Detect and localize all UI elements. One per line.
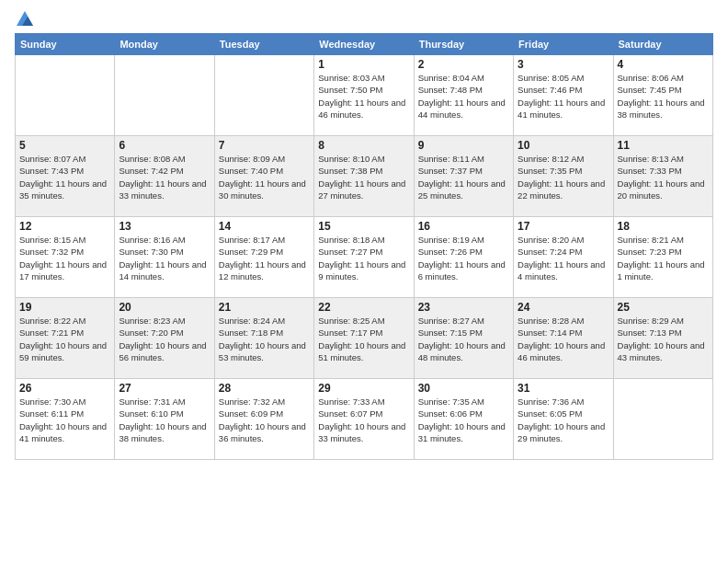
header	[15, 9, 713, 29]
day-number: 13	[119, 220, 210, 233]
calendar-cell: 10Sunrise: 8:12 AM Sunset: 7:35 PM Dayli…	[514, 136, 613, 217]
day-info: Sunrise: 8:17 AM Sunset: 7:29 PM Dayligh…	[219, 234, 310, 282]
calendar-cell: 7Sunrise: 8:09 AM Sunset: 7:40 PM Daylig…	[214, 136, 313, 217]
day-number: 8	[318, 139, 409, 152]
day-number: 20	[119, 301, 210, 314]
weekday-header-saturday: Saturday	[613, 34, 712, 55]
day-number: 4	[618, 58, 709, 71]
day-number: 3	[518, 58, 609, 71]
day-number: 29	[318, 382, 409, 395]
day-info: Sunrise: 8:18 AM Sunset: 7:27 PM Dayligh…	[318, 234, 409, 282]
calendar-cell: 3Sunrise: 8:05 AM Sunset: 7:46 PM Daylig…	[514, 55, 613, 136]
day-info: Sunrise: 8:22 AM Sunset: 7:21 PM Dayligh…	[19, 315, 110, 363]
day-number: 19	[19, 301, 110, 314]
day-number: 18	[618, 220, 709, 233]
day-info: Sunrise: 8:21 AM Sunset: 7:23 PM Dayligh…	[618, 234, 709, 282]
logo-icon	[15, 9, 35, 29]
day-number: 1	[318, 58, 409, 71]
calendar-cell: 21Sunrise: 8:24 AM Sunset: 7:18 PM Dayli…	[214, 298, 313, 379]
day-number: 5	[19, 139, 110, 152]
calendar-week-3: 12Sunrise: 8:15 AM Sunset: 7:32 PM Dayli…	[16, 217, 713, 298]
calendar-week-4: 19Sunrise: 8:22 AM Sunset: 7:21 PM Dayli…	[16, 298, 713, 379]
day-info: Sunrise: 7:35 AM Sunset: 6:06 PM Dayligh…	[418, 396, 509, 444]
calendar-table: SundayMondayTuesdayWednesdayThursdayFrid…	[15, 33, 713, 460]
calendar-cell: 28Sunrise: 7:32 AM Sunset: 6:09 PM Dayli…	[214, 379, 313, 460]
calendar-cell: 11Sunrise: 8:13 AM Sunset: 7:33 PM Dayli…	[613, 136, 712, 217]
calendar-cell	[115, 55, 214, 136]
day-number: 24	[518, 301, 609, 314]
day-info: Sunrise: 8:04 AM Sunset: 7:48 PM Dayligh…	[418, 72, 509, 121]
day-number: 2	[418, 58, 509, 71]
calendar-cell: 29Sunrise: 7:33 AM Sunset: 6:07 PM Dayli…	[314, 379, 414, 460]
day-info: Sunrise: 7:30 AM Sunset: 6:11 PM Dayligh…	[19, 396, 110, 444]
calendar-cell: 1Sunrise: 8:03 AM Sunset: 7:50 PM Daylig…	[314, 55, 414, 136]
day-info: Sunrise: 8:13 AM Sunset: 7:33 PM Dayligh…	[618, 153, 709, 201]
calendar-cell	[16, 55, 115, 136]
day-info: Sunrise: 7:36 AM Sunset: 6:05 PM Dayligh…	[518, 396, 609, 444]
calendar-week-1: 1Sunrise: 8:03 AM Sunset: 7:50 PM Daylig…	[16, 55, 713, 136]
day-info: Sunrise: 8:23 AM Sunset: 7:20 PM Dayligh…	[119, 315, 210, 363]
day-number: 17	[518, 220, 609, 233]
weekday-header-wednesday: Wednesday	[314, 34, 414, 55]
calendar-cell: 9Sunrise: 8:11 AM Sunset: 7:37 PM Daylig…	[414, 136, 513, 217]
calendar-cell: 15Sunrise: 8:18 AM Sunset: 7:27 PM Dayli…	[314, 217, 414, 298]
day-number: 15	[318, 220, 409, 233]
day-number: 28	[219, 382, 310, 395]
day-info: Sunrise: 8:28 AM Sunset: 7:14 PM Dayligh…	[518, 315, 609, 363]
day-info: Sunrise: 7:32 AM Sunset: 6:09 PM Dayligh…	[219, 396, 310, 444]
calendar-week-2: 5Sunrise: 8:07 AM Sunset: 7:43 PM Daylig…	[16, 136, 713, 217]
day-info: Sunrise: 8:16 AM Sunset: 7:30 PM Dayligh…	[119, 234, 210, 282]
day-number: 9	[418, 139, 509, 152]
calendar-cell: 24Sunrise: 8:28 AM Sunset: 7:14 PM Dayli…	[514, 298, 613, 379]
day-info: Sunrise: 8:09 AM Sunset: 7:40 PM Dayligh…	[219, 153, 310, 201]
day-number: 26	[19, 382, 110, 395]
day-info: Sunrise: 8:15 AM Sunset: 7:32 PM Dayligh…	[19, 234, 110, 282]
calendar-cell: 6Sunrise: 8:08 AM Sunset: 7:42 PM Daylig…	[115, 136, 214, 217]
weekday-header-thursday: Thursday	[414, 34, 513, 55]
day-number: 14	[219, 220, 310, 233]
logo	[15, 9, 37, 29]
calendar-cell: 20Sunrise: 8:23 AM Sunset: 7:20 PM Dayli…	[115, 298, 214, 379]
day-number: 12	[19, 220, 110, 233]
day-number: 7	[219, 139, 310, 152]
day-info: Sunrise: 8:20 AM Sunset: 7:24 PM Dayligh…	[518, 234, 609, 282]
calendar-cell: 5Sunrise: 8:07 AM Sunset: 7:43 PM Daylig…	[16, 136, 115, 217]
day-number: 23	[418, 301, 509, 314]
weekday-header-row: SundayMondayTuesdayWednesdayThursdayFrid…	[16, 34, 713, 55]
day-number: 31	[518, 382, 609, 395]
weekday-header-friday: Friday	[514, 34, 613, 55]
day-number: 22	[318, 301, 409, 314]
day-number: 21	[219, 301, 310, 314]
weekday-header-monday: Monday	[115, 34, 214, 55]
calendar-cell: 30Sunrise: 7:35 AM Sunset: 6:06 PM Dayli…	[414, 379, 513, 460]
calendar-cell: 12Sunrise: 8:15 AM Sunset: 7:32 PM Dayli…	[16, 217, 115, 298]
day-info: Sunrise: 8:07 AM Sunset: 7:43 PM Dayligh…	[19, 153, 110, 201]
day-info: Sunrise: 8:29 AM Sunset: 7:13 PM Dayligh…	[618, 315, 709, 363]
day-info: Sunrise: 8:12 AM Sunset: 7:35 PM Dayligh…	[518, 153, 609, 201]
day-info: Sunrise: 8:08 AM Sunset: 7:42 PM Dayligh…	[119, 153, 210, 201]
day-info: Sunrise: 8:06 AM Sunset: 7:45 PM Dayligh…	[618, 72, 709, 121]
calendar-cell	[613, 379, 712, 460]
day-number: 11	[618, 139, 709, 152]
calendar-cell: 16Sunrise: 8:19 AM Sunset: 7:26 PM Dayli…	[414, 217, 513, 298]
calendar-cell: 17Sunrise: 8:20 AM Sunset: 7:24 PM Dayli…	[514, 217, 613, 298]
weekday-header-tuesday: Tuesday	[214, 34, 313, 55]
day-info: Sunrise: 8:19 AM Sunset: 7:26 PM Dayligh…	[418, 234, 509, 282]
calendar-cell	[214, 55, 313, 136]
day-number: 10	[518, 139, 609, 152]
day-number: 16	[418, 220, 509, 233]
day-number: 27	[119, 382, 210, 395]
calendar-cell: 23Sunrise: 8:27 AM Sunset: 7:15 PM Dayli…	[414, 298, 513, 379]
calendar-cell: 31Sunrise: 7:36 AM Sunset: 6:05 PM Dayli…	[514, 379, 613, 460]
day-info: Sunrise: 8:11 AM Sunset: 7:37 PM Dayligh…	[418, 153, 509, 201]
calendar-week-5: 26Sunrise: 7:30 AM Sunset: 6:11 PM Dayli…	[16, 379, 713, 460]
calendar-cell: 25Sunrise: 8:29 AM Sunset: 7:13 PM Dayli…	[613, 298, 712, 379]
page: SundayMondayTuesdayWednesdayThursdayFrid…	[0, 0, 728, 563]
calendar-cell: 2Sunrise: 8:04 AM Sunset: 7:48 PM Daylig…	[414, 55, 513, 136]
day-info: Sunrise: 8:05 AM Sunset: 7:46 PM Dayligh…	[518, 72, 609, 121]
day-number: 25	[618, 301, 709, 314]
day-info: Sunrise: 7:33 AM Sunset: 6:07 PM Dayligh…	[318, 396, 409, 444]
day-info: Sunrise: 8:25 AM Sunset: 7:17 PM Dayligh…	[318, 315, 409, 363]
day-info: Sunrise: 8:10 AM Sunset: 7:38 PM Dayligh…	[318, 153, 409, 201]
calendar-cell: 14Sunrise: 8:17 AM Sunset: 7:29 PM Dayli…	[214, 217, 313, 298]
